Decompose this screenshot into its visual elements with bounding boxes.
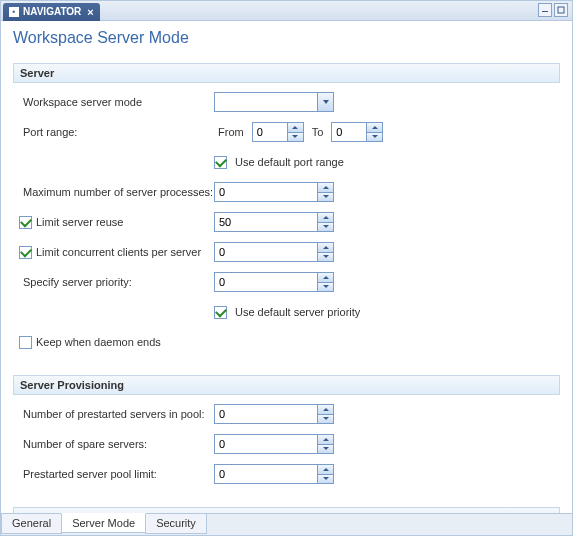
label-prestarted: Number of prestarted servers in pool: [19,408,214,420]
limit-reuse-spinner[interactable] [214,212,334,232]
max-processes-spinner[interactable] [214,182,334,202]
page-title: Workspace Server Mode [13,29,560,47]
keep-daemon-checkbox[interactable] [19,336,32,349]
section-header-server: Server [13,63,560,83]
navigator-icon: ▪ [9,7,19,17]
port-from-input[interactable] [253,123,287,141]
limit-clients-input[interactable] [215,243,317,261]
label-max-processes: Maximum number of server processes: [19,186,214,198]
arrow-up-icon[interactable] [318,405,333,415]
arrow-down-icon[interactable] [318,283,333,292]
arrow-down-icon[interactable] [318,193,333,202]
label-use-default-priority: Use default server priority [235,306,360,318]
window-controls [538,3,568,17]
port-from-spinner[interactable] [252,122,304,142]
arrow-up-icon[interactable] [318,435,333,445]
tab-label: NAVIGATOR [23,6,81,17]
label-from: From [218,126,244,138]
tab-navigator[interactable]: ▪ NAVIGATOR × [3,3,100,21]
use-default-port-checkbox[interactable] [214,156,227,169]
arrow-up-icon[interactable] [318,465,333,475]
tab-security[interactable]: Security [145,514,207,534]
minimize-button[interactable] [538,3,552,17]
maximize-button[interactable] [554,3,568,17]
arrow-down-icon[interactable] [318,415,333,424]
arrow-down-icon[interactable] [318,475,333,484]
close-icon[interactable]: × [87,6,93,18]
label-port-range: Port range: [19,126,214,138]
section-server: Server Workspace server mode Port range:… [13,63,560,371]
chevron-down-icon[interactable] [317,93,333,111]
priority-spinner[interactable] [214,272,334,292]
label-limit-clients: Limit concurrent clients per server [36,246,201,258]
svg-rect-1 [558,7,564,13]
limit-reuse-checkbox[interactable] [19,216,32,229]
prestarted-spinner[interactable] [214,404,334,424]
label-pool-limit: Prestarted server pool limit: [19,468,214,480]
prestarted-input[interactable] [215,405,317,423]
label-spare: Number of spare servers: [19,438,214,450]
limit-clients-spinner[interactable] [214,242,334,262]
arrow-down-icon[interactable] [318,223,333,232]
top-tab-bar: ▪ NAVIGATOR × [1,1,572,21]
priority-input[interactable] [215,273,317,291]
spare-input[interactable] [215,435,317,453]
port-to-spinner[interactable] [331,122,383,142]
label-keep-daemon: Keep when daemon ends [36,336,161,348]
section-body-server: Workspace server mode Port range: From [13,83,560,371]
section-provisioning: Server Provisioning Number of prestarted… [13,375,560,503]
limit-clients-checkbox[interactable] [19,246,32,259]
label-priority: Specify server priority: [19,276,214,288]
arrow-up-icon[interactable] [318,213,333,223]
arrow-up-icon[interactable] [318,243,333,253]
arrow-down-icon[interactable] [318,253,333,262]
label-limit-reuse: Limit server reuse [36,216,123,228]
tab-general[interactable]: General [1,514,62,534]
arrow-down-icon[interactable] [288,133,303,142]
label-workspace-mode: Workspace server mode [19,96,214,108]
pool-limit-input[interactable] [215,465,317,483]
section-body-provisioning: Number of prestarted servers in pool: Nu… [13,395,560,503]
arrow-down-icon[interactable] [318,445,333,454]
limit-reuse-input[interactable] [215,213,317,231]
label-use-default-port: Use default port range [235,156,344,168]
max-processes-input[interactable] [215,183,317,201]
label-to: To [312,126,324,138]
workspace-mode-combo[interactable] [214,92,334,112]
tab-server-mode[interactable]: Server Mode [61,513,146,533]
arrow-down-icon[interactable] [367,133,382,142]
svg-rect-0 [542,11,548,12]
pool-limit-spinner[interactable] [214,464,334,484]
arrow-up-icon[interactable] [367,123,382,133]
content-area: Workspace Server Mode Server Workspace s… [1,21,572,513]
use-default-priority-checkbox[interactable] [214,306,227,319]
window: ▪ NAVIGATOR × Workspace Server Mode Serv… [0,0,573,536]
arrow-up-icon[interactable] [318,273,333,283]
port-to-input[interactable] [332,123,366,141]
spare-spinner[interactable] [214,434,334,454]
bottom-tab-bar: General Server Mode Security [1,513,572,535]
arrow-up-icon[interactable] [318,183,333,193]
section-header-provisioning: Server Provisioning [13,375,560,395]
arrow-up-icon[interactable] [288,123,303,133]
